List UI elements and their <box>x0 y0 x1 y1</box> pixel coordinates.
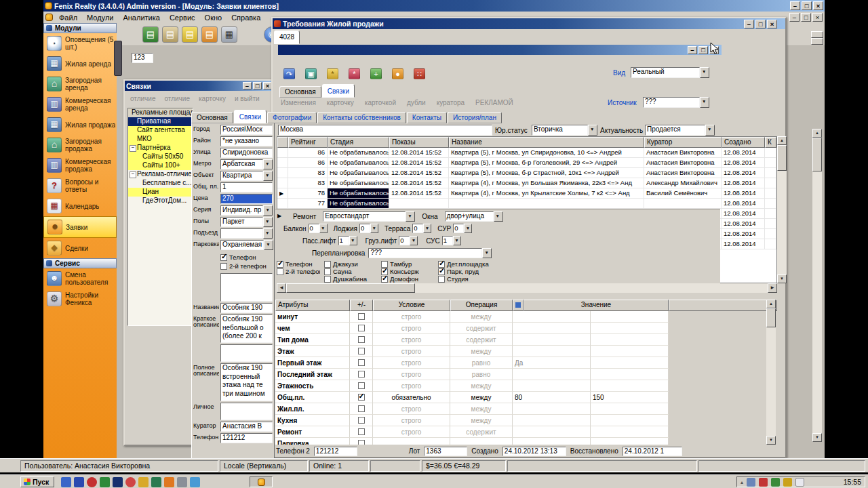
renovation-dropdown-icon[interactable] <box>406 211 415 222</box>
card-tab[interactable]: Контакты собственников <box>317 112 406 123</box>
tray-clock[interactable]: 15:55 <box>844 478 861 486</box>
sidebar-service-item[interactable]: Смена пользователя <box>43 268 117 289</box>
city-field[interactable]: Москва <box>278 125 492 136</box>
actuality-dropdown-icon[interactable] <box>705 125 715 136</box>
field-input[interactable]: Квартира <box>220 171 273 181</box>
attr-checkbox[interactable] <box>350 426 373 438</box>
field-input[interactable]: *не указано <box>220 136 273 146</box>
windows-dropdown-icon[interactable] <box>494 211 503 222</box>
attribute-row[interactable]: Этаж строго между <box>275 346 669 357</box>
tree-item[interactable]: Сайт агентства <box>128 126 193 135</box>
dropdown-icon[interactable] <box>263 171 273 181</box>
attribute-row[interactable]: Ремонт строго содержит <box>275 426 669 438</box>
field-input[interactable] <box>220 344 273 362</box>
sidebar-service-item[interactable]: Настройки Феникса <box>43 289 117 309</box>
scroll-up-icon[interactable] <box>766 300 776 308</box>
column-header[interactable] <box>277 137 288 148</box>
svyazki-toolbar-button[interactable]: и выйти <box>235 95 260 106</box>
taskbar-app-button[interactable] <box>250 476 273 487</box>
column-header[interactable]: Создано <box>722 137 765 148</box>
tree-item[interactable]: Сайты 100+ <box>128 161 193 170</box>
ledger-icon[interactable]: ▤ <box>162 26 178 43</box>
attr-checkbox[interactable] <box>350 380 373 392</box>
sidebar-module-item[interactable]: Жилая продажа <box>43 115 117 135</box>
mdi-vscrollbar[interactable] <box>812 129 822 442</box>
attribute-row[interactable]: Этажность строго между <box>275 380 669 392</box>
attr-checkbox[interactable] <box>350 311 373 323</box>
requirements-titlebar[interactable]: Требования Жилой продажи <box>273 18 785 29</box>
calculator-icon[interactable]: ▦ <box>221 26 237 43</box>
windows-combo[interactable]: двор+улица <box>445 211 503 222</box>
attribute-row[interactable]: чем строго содержит <box>275 323 669 334</box>
field-input[interactable]: Анастасия В <box>220 422 273 432</box>
column-header[interactable]: Показы <box>389 137 449 148</box>
column-header[interactable]: Куратор <box>644 137 722 148</box>
phone-checkbox[interactable]: 2-й телефон <box>277 268 320 275</box>
attribute-row[interactable]: Жил.пл. строго между <box>275 403 669 415</box>
key-icon[interactable]: ● <box>392 68 403 79</box>
vscroll-thumb[interactable] <box>766 308 776 327</box>
table-row[interactable]: 86 Не обрабатывалось 12.08.2014 15:52 Кв… <box>277 158 776 168</box>
quicklaunch-icon[interactable] <box>138 477 149 487</box>
attr-column-header[interactable]: Атрибуты <box>275 300 350 311</box>
counter-combo[interactable]: 0 <box>359 224 378 233</box>
attr-checkbox[interactable] <box>350 392 373 403</box>
attribute-row[interactable]: Кухня строго между <box>275 415 669 426</box>
menu-item[interactable]: Файл <box>54 13 82 22</box>
attr-checkbox[interactable] <box>350 346 373 357</box>
attr-column-header[interactable]: Условие <box>373 300 450 311</box>
column-header[interactable]: К <box>765 137 776 148</box>
inner-minimize-button[interactable] <box>688 46 697 54</box>
field-input[interactable]: 270 <box>220 194 273 204</box>
column-header[interactable]: Стадия <box>328 137 389 148</box>
action-button[interactable]: Изменения <box>281 99 316 106</box>
menu-item[interactable]: Сервис <box>165 13 200 22</box>
sidebar-module-item[interactable]: Загородная продажа <box>43 135 117 155</box>
tree-item[interactable]: Бесплатные с... <box>128 179 193 188</box>
quicklaunch-icon[interactable] <box>61 477 71 487</box>
start-button[interactable]: Пуск <box>20 476 54 487</box>
amenity-checkbox[interactable]: Джакузи <box>324 260 381 268</box>
mdi-child-icon[interactable] <box>45 14 53 21</box>
field-input[interactable]: Охраняемая <box>220 240 273 250</box>
sidebar-module-item[interactable]: Календарь <box>43 196 117 216</box>
field-input[interactable]: Особняк 190 встроенный этажа над те три … <box>220 363 273 401</box>
field-input[interactable]: Индивид. пр <box>220 205 273 216</box>
mdi-restore-button[interactable] <box>801 13 811 22</box>
table-vscrollbar[interactable] <box>777 136 787 283</box>
table-hscrollbar[interactable] <box>277 283 777 293</box>
stop-icon[interactable] <box>87 477 97 487</box>
quicklaunch-icon[interactable] <box>151 477 161 487</box>
quicklaunch-icon[interactable] <box>190 477 200 487</box>
view-dropdown-icon[interactable] <box>700 67 709 78</box>
amenity-checkbox[interactable]: Домофон <box>381 275 438 283</box>
vscroll-thumb[interactable] <box>777 145 787 171</box>
sidebar-module-item[interactable]: Коммерческая аренда <box>43 94 117 115</box>
card-tab[interactable]: Фотографии <box>267 112 317 123</box>
replanning-dropdown-icon[interactable] <box>482 248 492 258</box>
table-row[interactable]: 86 Не обрабатывалось 12.08.2014 15:52 Кв… <box>277 148 776 158</box>
counter-combo[interactable]: 0 <box>412 224 431 233</box>
tray-icon[interactable] <box>783 478 792 487</box>
maximize-button[interactable] <box>802 1 812 10</box>
amenity-checkbox[interactable]: Тамбур <box>381 260 438 268</box>
counter-dropdown-icon[interactable] <box>319 224 328 233</box>
requirements-minimize-button[interactable] <box>744 20 754 28</box>
attr-checkbox[interactable] <box>350 403 373 415</box>
legal-status-dropdown-icon[interactable] <box>588 125 597 136</box>
tray-expand-icon[interactable]: ▴ <box>741 479 743 485</box>
field-input[interactable]: Россия\Моск <box>220 125 273 135</box>
menu-item[interactable]: Аналитика <box>118 13 164 22</box>
attributes-vscrollbar[interactable] <box>766 300 776 445</box>
hscroll-thumb[interactable] <box>286 283 415 293</box>
star-icon[interactable]: * <box>327 68 338 79</box>
amenity-checkbox[interactable]: Дет.площадка <box>438 260 498 268</box>
restored-field[interactable]: 24.10.2012 1 <box>623 447 682 456</box>
counter-dropdown-icon[interactable] <box>423 224 431 233</box>
counter-dropdown-icon[interactable] <box>349 236 357 245</box>
tray-icon[interactable] <box>759 478 768 487</box>
scroll-down-icon[interactable] <box>812 433 822 442</box>
scroll-up-icon[interactable] <box>777 136 787 145</box>
attribute-row[interactable]: Общ.пл. обязательно между 80 150 <box>275 392 669 403</box>
tree-item[interactable]: Циан <box>128 188 193 197</box>
